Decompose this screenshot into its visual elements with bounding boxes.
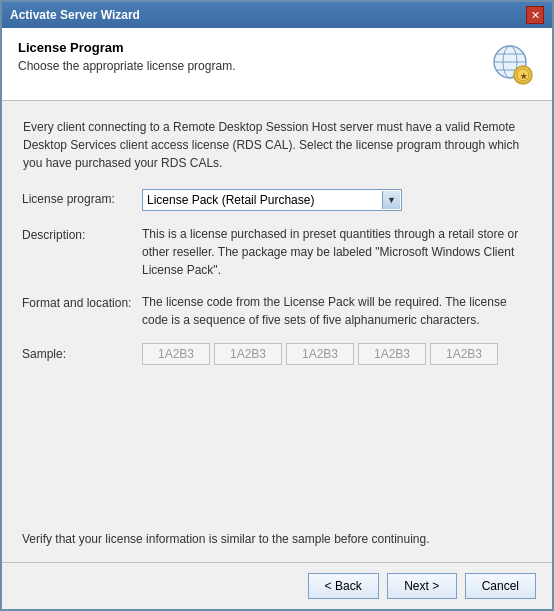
svg-text:★: ★ (520, 72, 528, 81)
dialog-content: License Program Choose the appropriate l… (2, 28, 552, 609)
sample-box-3: 1A2B3 (286, 343, 354, 365)
cancel-button[interactable]: Cancel (465, 573, 536, 599)
back-button[interactable]: < Back (308, 573, 379, 599)
sample-box-4: 1A2B3 (358, 343, 426, 365)
header-section: License Program Choose the appropriate l… (2, 28, 552, 101)
verify-text: Verify that your license information is … (22, 532, 532, 546)
sample-boxes: 1A2B3 1A2B3 1A2B3 1A2B3 1A2B3 (142, 343, 498, 365)
license-select[interactable]: License Pack (Retail Purchase) Enterpris… (142, 189, 402, 211)
dialog-window: Activate Server Wizard ✕ License Program… (0, 0, 554, 611)
close-button[interactable]: ✕ (526, 6, 544, 24)
license-label: License program: (22, 189, 142, 206)
description-label: Description: (22, 225, 142, 242)
header-title: License Program (18, 40, 235, 55)
format-label: Format and location: (22, 293, 142, 310)
description-row: Description: This is a license purchased… (22, 225, 532, 279)
title-bar: Activate Server Wizard ✕ (2, 2, 552, 28)
format-text: The license code from the License Pack w… (142, 293, 532, 329)
intro-text: Every client connecting to a Remote Desk… (22, 117, 532, 173)
header-subtitle: Choose the appropriate license program. (18, 59, 235, 73)
sample-box-5: 1A2B3 (430, 343, 498, 365)
license-select-wrapper: License Pack (Retail Purchase) Enterpris… (142, 189, 402, 211)
sample-box-1: 1A2B3 (142, 343, 210, 365)
license-program-row: License program: License Pack (Retail Pu… (22, 189, 532, 211)
format-row: Format and location: The license code fr… (22, 293, 532, 329)
footer: < Back Next > Cancel (2, 563, 552, 609)
main-body: Every client connecting to a Remote Desk… (2, 101, 552, 562)
license-control: License Pack (Retail Purchase) Enterpris… (142, 189, 532, 211)
certificate-icon: ★ (488, 40, 536, 88)
next-button[interactable]: Next > (387, 573, 457, 599)
window-title: Activate Server Wizard (10, 8, 140, 22)
sample-label: Sample: (22, 347, 142, 361)
header-text: License Program Choose the appropriate l… (18, 40, 235, 73)
description-text: This is a license purchased in preset qu… (142, 225, 532, 279)
sample-row: Sample: 1A2B3 1A2B3 1A2B3 1A2B3 1A2B3 (22, 343, 532, 365)
sample-box-2: 1A2B3 (214, 343, 282, 365)
